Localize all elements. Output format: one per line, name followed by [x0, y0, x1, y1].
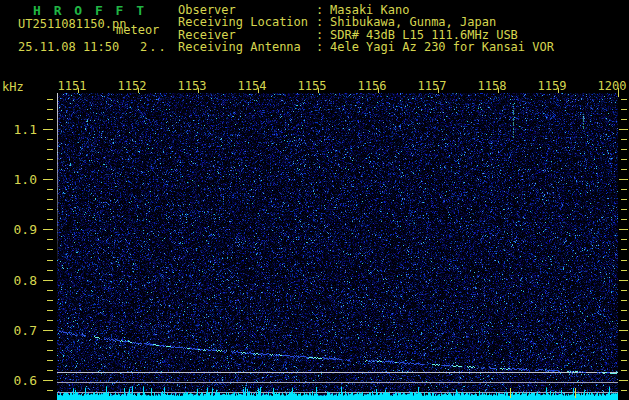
- freq-tick-mark-left: [47, 290, 53, 291]
- time-tick-label: 1154: [238, 79, 267, 93]
- time-tick-label: 1156: [358, 79, 387, 93]
- freq-tick-mark-left: [47, 270, 53, 271]
- freq-tick-mark-left: [47, 340, 53, 341]
- freq-tick-label: 0.9: [0, 223, 37, 236]
- freq-tick-mark-left: [47, 360, 53, 361]
- freq-tick-mark-left: [47, 239, 53, 240]
- spectrogram-canvas: [57, 93, 618, 400]
- freq-tick-label: 0.8: [0, 274, 37, 287]
- time-tick-label: 1200: [598, 79, 627, 93]
- freq-tick-mark-left: [47, 249, 53, 250]
- output-filename: UT2511081150.pn: [18, 17, 126, 31]
- time-tick-label: 1158: [478, 79, 507, 93]
- freq-tick-mark-right: [621, 99, 627, 100]
- filename-overlay-label: meteor: [116, 23, 159, 37]
- freq-tick-mark-right: [621, 239, 627, 240]
- freq-tick-mark-right: [621, 149, 627, 150]
- freq-tick-mark-left: [43, 179, 53, 180]
- info-label-3: Receiving Antenna: [178, 41, 301, 53]
- freq-tick-mark-right: [619, 380, 628, 381]
- freq-tick-mark-left: [47, 219, 53, 220]
- freq-tick-label: 1.1: [0, 123, 37, 136]
- freq-tick-mark-right: [621, 320, 627, 321]
- freq-tick-mark-right: [619, 280, 628, 281]
- freq-tick-mark-right: [619, 229, 628, 230]
- freq-tick-mark-left: [47, 119, 53, 120]
- info-label-2: Receiver: [178, 29, 236, 41]
- freq-tick-mark-right: [619, 129, 628, 130]
- hrofft-window: H R O F F T UT2511081150.pn meteor 25.11…: [0, 0, 629, 400]
- time-tick-label: 1153: [178, 79, 207, 93]
- freq-tick-mark-left: [43, 129, 53, 130]
- freq-tick-mark-right: [621, 169, 627, 170]
- time-tick-label: 1151: [58, 79, 87, 93]
- freq-tick-mark-right: [619, 179, 628, 180]
- freq-tick-mark-right: [621, 350, 627, 351]
- info-separator: :: [316, 29, 323, 41]
- info-label-1: Receiving Location: [178, 16, 308, 28]
- freq-tick-mark-left: [47, 199, 53, 200]
- info-separator: :: [316, 16, 323, 28]
- freq-tick-mark-left: [47, 370, 53, 371]
- info-label-0: Observer: [178, 4, 236, 16]
- plot-left-border: [57, 93, 58, 273]
- freq-tick-label: 0.7: [0, 324, 37, 337]
- freq-tick-mark-right: [621, 300, 627, 301]
- info-value-3: 4ele Yagi Az 230 for Kansai VOR: [330, 41, 554, 53]
- freq-tick-mark-right: [621, 249, 627, 250]
- freq-tick-mark-right: [621, 189, 627, 190]
- freq-tick-mark-right: [621, 119, 627, 120]
- app-title: H R O F F T: [33, 3, 147, 18]
- freq-tick-mark-left: [47, 300, 53, 301]
- time-tick-label: 1159: [538, 79, 567, 93]
- freq-tick-label: 0.6: [0, 374, 37, 387]
- freq-tick-mark-right: [621, 159, 627, 160]
- freq-unit-label: kHz: [2, 80, 24, 94]
- freq-tick-mark-left: [47, 139, 53, 140]
- freq-tick-mark-left: [47, 149, 53, 150]
- freq-tick-mark-left: [47, 169, 53, 170]
- freq-tick-mark-right: [621, 109, 627, 110]
- freq-tick-mark-right: [621, 260, 627, 261]
- freq-tick-mark-left: [47, 350, 53, 351]
- freq-tick-mark-right: [621, 360, 627, 361]
- observation-datetime: 25.11.08 11:50: [18, 40, 119, 54]
- freq-tick-mark-left: [43, 330, 53, 331]
- freq-tick-mark-right: [621, 139, 627, 140]
- time-tick-mark: [618, 88, 619, 97]
- freq-tick-mark-right: [621, 390, 627, 391]
- freq-tick-mark-left: [43, 280, 53, 281]
- freq-tick-mark-right: [621, 340, 627, 341]
- info-value-1: Shibukawa, Gunma, Japan: [330, 16, 496, 28]
- freq-tick-mark-left: [47, 310, 53, 311]
- freq-tick-mark-right: [621, 290, 627, 291]
- freq-tick-mark-right: [621, 310, 627, 311]
- time-tick-label: 1157: [418, 79, 447, 93]
- freq-tick-mark-right: [621, 219, 627, 220]
- freq-tick-label: 1.0: [0, 173, 37, 186]
- freq-tick-mark-left: [43, 229, 53, 230]
- freq-tick-mark-right: [621, 270, 627, 271]
- freq-tick-mark-left: [47, 99, 53, 100]
- info-separator: :: [316, 4, 323, 16]
- info-separator: :: [316, 41, 323, 53]
- freq-tick-mark-left: [47, 189, 53, 190]
- freq-tick-mark-left: [47, 320, 53, 321]
- time-tick-label: 1155: [298, 79, 327, 93]
- freq-tick-mark-left: [47, 390, 53, 391]
- freq-tick-mark-left: [47, 159, 53, 160]
- freq-tick-mark-right: [621, 209, 627, 210]
- datetime-suffix: 2..: [140, 40, 168, 54]
- freq-tick-mark-right: [619, 330, 628, 331]
- freq-tick-mark-left: [47, 209, 53, 210]
- freq-tick-mark-left: [47, 260, 53, 261]
- freq-tick-mark-right: [621, 199, 627, 200]
- info-value-2: SDR# 43dB L15 111.6MHz USB: [330, 29, 518, 41]
- info-value-0: Masaki Kano: [330, 4, 409, 16]
- time-tick-label: 1152: [118, 79, 147, 93]
- freq-tick-mark-left: [43, 380, 53, 381]
- freq-tick-mark-right: [621, 370, 627, 371]
- freq-tick-mark-left: [47, 109, 53, 110]
